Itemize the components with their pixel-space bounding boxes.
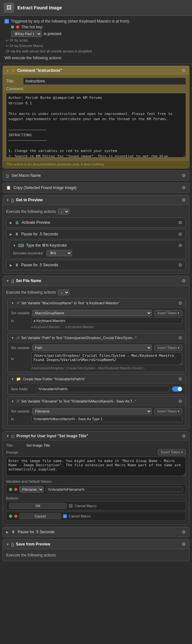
trigger-checkbox[interactable]: ✓: [5, 19, 9, 24]
get-to-preview-execute-select[interactable]: ↓: [58, 209, 69, 214]
pause-2-icon: ⏸: [15, 263, 19, 267]
prompt-header-left: ▼ ◻ Prompt for User Input "Set Image Tit…: [6, 434, 88, 438]
comment-collapse-arrow[interactable]: ▼: [6, 69, 9, 72]
keystroke-collapse[interactable]: ▼: [13, 244, 16, 247]
sv-path-insert-token[interactable]: Insert Token ▾: [154, 345, 182, 351]
sv-macro-set-label: Set variable: [11, 311, 30, 315]
cancel-button-name[interactable]: [19, 513, 61, 519]
activate-preview-gear[interactable]: ⚙: [178, 220, 182, 225]
prompt-user-input-block: ▼ ◻ Prompt for User Input "Set Image Tit…: [3, 431, 189, 525]
set-file-name-execute-select[interactable]: ↓: [58, 289, 69, 295]
sv-macro-gear[interactable]: ⚙: [178, 300, 182, 306]
comment-icon: ⚠: [11, 68, 15, 73]
get-to-preview-collapse[interactable]: ▼: [6, 198, 9, 202]
set-file-name-title: Set File Name: [16, 279, 41, 283]
set-var-macrogroupname: ▼ 𝒳 Set Variable "MacroGroupName" to Tex…: [7, 298, 186, 331]
sv-filename-insert-token[interactable]: Insert Token ▾: [154, 408, 182, 414]
keystroke-select[interactable]: ⌘N: [46, 250, 72, 256]
var-name-select[interactable]: Filename: [19, 486, 44, 493]
sv-filename-to-row: to: [11, 416, 182, 422]
folder-collapse[interactable]: ▼: [11, 377, 14, 381]
keystroke-gear[interactable]: ⚙: [178, 243, 182, 248]
pause-2-expand[interactable]: ▶: [10, 263, 12, 267]
comment-gear-icon[interactable]: ⚙: [182, 68, 186, 73]
activate-preview-expand[interactable]: ▶: [10, 221, 12, 224]
pause-1-row: ▶ ⏸ Pause for .5 Seconds ⚙: [6, 229, 186, 239]
sv-macro-header: ▼ 𝒳 Set Variable "MacroGroupName" to Tex…: [8, 298, 186, 308]
sv-filename-var-select[interactable]: Filename: [32, 408, 152, 414]
copy-image-gear[interactable]: ⚙: [182, 185, 186, 190]
sv-macro-var-select[interactable]: MacroGroupName: [32, 310, 152, 316]
sv-filename-gear[interactable]: ⚙: [178, 399, 182, 404]
prompt-title-label: Title:: [6, 443, 24, 447]
save-from-preview-icon: {}: [11, 542, 14, 547]
var-value-input[interactable]: [46, 487, 183, 492]
prompt-header: ▼ ◻ Prompt for User Input "Set Image Tit…: [3, 431, 189, 441]
comment-textarea[interactable]: Author: Pariah Burke @iampariah on KM Fo…: [6, 93, 186, 157]
trigger-label: Triggered by any of the following (when …: [11, 19, 130, 24]
macro-title: Extract Found Image: [17, 5, 62, 10]
comment-title-label: Title:: [6, 79, 21, 83]
sv-filename-set-label: Set variable: [11, 409, 30, 413]
get-macro-name-row: {} Get Macro Name ⚙: [3, 170, 189, 181]
activate-preview-label: Activate Preview: [22, 220, 176, 225]
copy-image-label: Copy (Selected Found Image image): [14, 185, 179, 190]
get-to-preview-gear[interactable]: ⚙: [182, 197, 186, 203]
hotkey-row: This hot key:: [11, 25, 187, 29]
set-file-name-collapse[interactable]: ▼: [6, 279, 9, 283]
set-file-name-execute-row: Execute the following actions ↓: [3, 288, 189, 297]
keystroke-label-text: Type the ⌘N Keystroke: [26, 243, 67, 248]
sv-path-gear[interactable]: ⚙: [178, 335, 182, 340]
sv-path-to-label: to: [11, 357, 29, 361]
prompt-icon: ◻: [11, 434, 14, 438]
get-macro-name-label: Get Macro Name: [12, 173, 179, 178]
prompt-text-area[interactable]: Enter the image file name. You might wan…: [6, 457, 186, 476]
save-from-preview-gear[interactable]: ⚙: [182, 542, 186, 547]
sv-filename-to-input[interactable]: [31, 416, 182, 422]
ok-button-name[interactable]: [9, 503, 67, 509]
folder-body: New folder: [8, 384, 186, 394]
sv-macro-to-input[interactable]: [31, 317, 182, 324]
comment-comment-label: Comment:: [6, 87, 24, 91]
get-to-preview-group: ▼ {} Get to Preview ⚙ Execute the follow…: [3, 195, 189, 274]
ok-cancel-checkbox[interactable]: [69, 504, 73, 508]
sv-path-var-select[interactable]: Path: [32, 345, 152, 351]
pause-final-expand[interactable]: ▶: [6, 530, 9, 534]
sv-macro-collapse[interactable]: ▼: [11, 301, 14, 305]
folder-toggle[interactable]: [172, 386, 182, 392]
prompt-insert-token[interactable]: Insert Token ▾: [158, 449, 186, 455]
sv-path-collapse[interactable]: ▼: [11, 336, 14, 340]
prompt-prompt-label: Prompt:: [6, 450, 24, 454]
get-macro-name-gear[interactable]: ⚙: [182, 173, 186, 178]
sv-macro-insert-token[interactable]: Insert Token ▾: [154, 310, 182, 316]
set-file-name-gear[interactable]: ⚙: [182, 278, 186, 283]
hotkey-label-text: This hot key:: [21, 25, 43, 29]
pause-1-gear[interactable]: ⚙: [178, 232, 182, 237]
sv-filename-title: Set Variable "Filename" to Text "%Variab…: [21, 399, 136, 403]
pause-1-icon: ⏸: [15, 232, 19, 236]
cancel-checkbox[interactable]: ✓: [63, 514, 67, 518]
pause-2-gear[interactable]: ⚙: [178, 262, 182, 268]
folder-path-input[interactable]: [36, 386, 169, 392]
keystroke-simulate-label: Simulate keystroke:: [13, 251, 44, 255]
save-from-preview-title: Save from Preview: [16, 542, 50, 546]
sv-filename-collapse[interactable]: ▼: [11, 400, 14, 403]
prompt-header-title: Prompt for User Input "Set Image Title": [16, 434, 88, 438]
folder-gear[interactable]: ⚙: [178, 376, 182, 382]
pause-final-gear[interactable]: ⚙: [182, 529, 186, 535]
set-file-name-header-left: ▼ {} Set File Name: [6, 279, 41, 283]
sv-path-to-row: to /Users/pariah/Dropbox/_Crucial Files/…: [11, 352, 182, 365]
save-from-preview-collapse[interactable]: ▼: [6, 543, 9, 546]
hotkey-key-select[interactable]: ⌘Key Pad 1: [11, 31, 42, 37]
sv-filename-var-row: Set variable Filename Insert Token ▾: [11, 408, 182, 414]
prompt-gear[interactable]: ⚙: [182, 433, 186, 439]
save-from-preview-execute-row: Execute the following actions: [3, 551, 189, 559]
prompt-collapse[interactable]: ▼: [6, 434, 9, 438]
sv-filename-body: Set variable Filename Insert Token ▾ to: [8, 406, 186, 425]
set-file-name-execute-label: Execute the following actions: [6, 290, 56, 295]
save-from-preview-header: ▼ {} Save from Preview ⚙: [3, 539, 189, 549]
pause-1-expand[interactable]: ▶: [10, 232, 12, 236]
set-file-name-header: ▼ {} Set File Name ⚙: [3, 276, 189, 286]
comment-title-input[interactable]: [23, 78, 186, 85]
sv-path-to-input[interactable]: /Users/pariah/Dropbox/_Crucial Files/Sys…: [31, 352, 182, 365]
